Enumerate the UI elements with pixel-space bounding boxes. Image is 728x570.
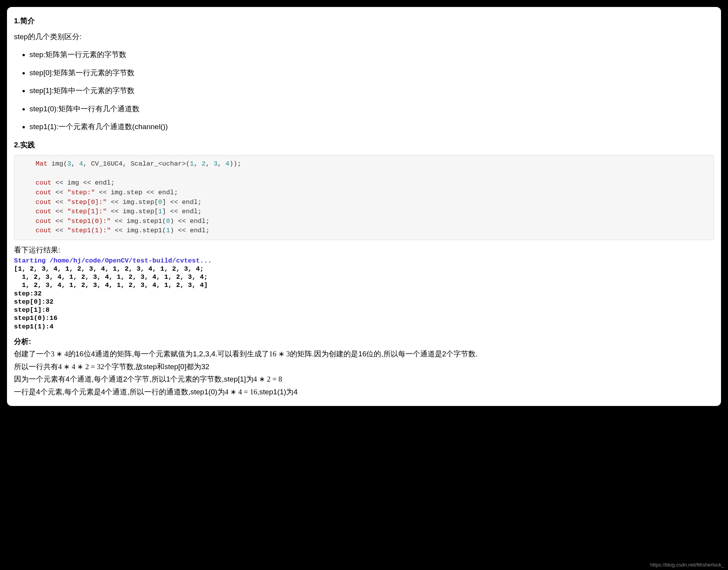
- analysis-line: 所以一行共有4 ∗ 4 ∗ 2 = 32个字节数,故step和step[0]都为…: [14, 361, 714, 373]
- analysis-line: 创建了一个3 ∗ 4的16位4通道的矩阵,每一个元素赋值为1,2,3,4.可以看…: [14, 349, 714, 360]
- analysis-line: 因为一个元素有4个通道,每个通道2个字节,所以1个元素的字节数,step[1]为…: [14, 374, 714, 385]
- console-output: Starting /home/hj/code/OpenCV/test-build…: [14, 257, 714, 331]
- analysis-title: 分析:: [14, 336, 714, 347]
- list-item: step[0]:矩阵第一行元素的字节数: [29, 67, 714, 79]
- list-item: step[1]:矩阵中一个元素的字节数: [29, 85, 714, 97]
- section1-title: 1.简介: [14, 16, 714, 27]
- list-item: step1(0):矩阵中一行有几个通道数: [29, 104, 714, 115]
- analysis-body: 创建了一个3 ∗ 4的16位4通道的矩阵,每一个元素赋值为1,2,3,4.可以看…: [14, 349, 714, 397]
- console-start-line: Starting /home/hj/code/OpenCV/test-build…: [14, 257, 212, 264]
- list-item: step1(1):一个元素有几个通道数(channel()): [29, 121, 714, 133]
- definitions-list: step:矩阵第一行元素的字节数 step[0]:矩阵第一行元素的字节数 ste…: [14, 49, 714, 133]
- document-page: 1.简介 step的几个类别区分: step:矩阵第一行元素的字节数 step[…: [7, 7, 721, 406]
- analysis-line: 一行是4个元素,每个元素是4个通道,所以一行的通道数,step1(0)为4 ∗ …: [14, 387, 714, 398]
- list-item: step:矩阵第一行元素的字节数: [29, 49, 714, 60]
- code-block: Mat img(3, 4, CV_16UC4, Scalar_<uchar>(1…: [14, 155, 714, 240]
- section1-intro: step的几个类别区分:: [14, 31, 714, 43]
- section2-title: 2.实践: [14, 140, 714, 151]
- console-body: [1, 2, 3, 4, 1, 2, 3, 4, 1, 2, 3, 4, 1, …: [14, 265, 208, 330]
- results-label: 看下运行结果:: [14, 245, 714, 256]
